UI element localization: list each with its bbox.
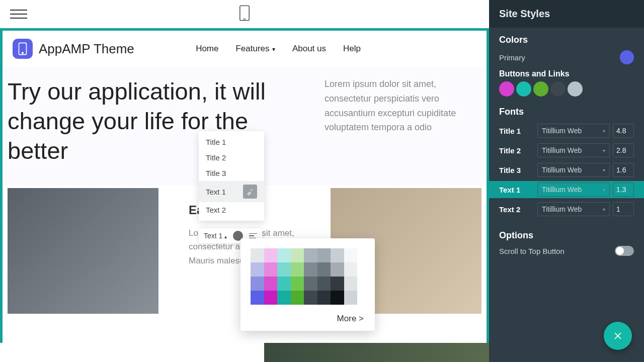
panel-title: Site Styles xyxy=(489,0,644,28)
color-swatch[interactable] xyxy=(331,277,344,291)
font-row: Title 1Titillium Web▾4.8 xyxy=(499,122,634,139)
hero-text[interactable]: Lorem ipsum dolor sit amet, consectetur … xyxy=(325,77,481,135)
mobile-preview-icon[interactable] xyxy=(239,4,250,24)
font-row: Text 1Titillium Web▾1.3 xyxy=(489,181,644,198)
app-topbar xyxy=(0,0,489,28)
close-panel-button[interactable] xyxy=(604,322,632,350)
color-swatch[interactable] xyxy=(251,291,264,305)
fonts-heading: Fonts xyxy=(499,107,634,117)
color-swatch[interactable] xyxy=(277,262,291,277)
color-swatch[interactable] xyxy=(344,262,358,277)
font-label: Title 3 xyxy=(499,166,534,174)
color-swatch[interactable] xyxy=(344,277,358,291)
style-option-title1[interactable]: Title 1 xyxy=(199,134,264,150)
style-option-title2[interactable]: Title 2 xyxy=(199,150,264,165)
button-color-swatch[interactable] xyxy=(499,81,514,97)
brand[interactable]: AppAMP Theme xyxy=(13,39,134,59)
color-swatch[interactable] xyxy=(331,291,344,305)
font-family-select[interactable]: Titillium Web▾ xyxy=(537,143,610,157)
font-label: Text 2 xyxy=(499,205,534,214)
color-swatch[interactable] xyxy=(291,262,304,277)
color-swatch[interactable] xyxy=(304,291,317,305)
color-swatch[interactable] xyxy=(331,262,344,277)
primary-color-label: Primary xyxy=(499,53,525,62)
primary-color-swatch[interactable] xyxy=(620,50,634,64)
color-swatch[interactable] xyxy=(317,262,331,277)
nav-home[interactable]: Home xyxy=(196,44,218,54)
style-option-title3[interactable]: Title 3 xyxy=(199,165,264,181)
nav-help[interactable]: Help xyxy=(343,44,361,54)
color-swatch[interactable] xyxy=(277,248,291,262)
font-label: Title 1 xyxy=(499,127,534,135)
color-swatch[interactable] xyxy=(264,277,278,291)
svg-rect-0 xyxy=(240,6,249,20)
current-style-label[interactable]: Text 1 ▴ xyxy=(204,232,227,240)
font-family-select[interactable]: Titillium Web▾ xyxy=(537,163,610,177)
footer-strip xyxy=(0,343,489,362)
color-swatch[interactable] xyxy=(264,291,278,305)
color-swatch[interactable] xyxy=(277,291,291,305)
font-label: Title 2 xyxy=(499,146,534,155)
color-swatch[interactable] xyxy=(344,248,358,262)
brand-logo-icon xyxy=(13,39,33,59)
text-style-dropdown: Title 1 Title 2 Title 3 Text 1 Text 2 xyxy=(199,131,264,221)
scroll-top-label: Scroll to Top Button xyxy=(499,247,565,255)
card-1[interactable] xyxy=(8,188,158,314)
brand-name: AppAMP Theme xyxy=(39,41,134,57)
font-size-input[interactable]: 2.8 xyxy=(613,143,634,157)
color-swatch[interactable] xyxy=(317,248,331,262)
color-swatches xyxy=(251,248,357,305)
nav-features[interactable]: Features ▾ xyxy=(235,44,275,54)
font-family-select[interactable]: Titillium Web▾ xyxy=(537,183,610,197)
button-color-swatch[interactable] xyxy=(533,81,548,97)
font-size-input[interactable]: 1 xyxy=(613,202,634,216)
svg-point-3 xyxy=(22,52,24,54)
site-header: AppAMP Theme Home Features ▾ About us He… xyxy=(3,31,487,67)
color-palette-popup: More > xyxy=(240,238,375,331)
color-swatch[interactable] xyxy=(291,248,304,262)
color-swatch[interactable] xyxy=(304,248,317,262)
color-swatch[interactable] xyxy=(251,262,264,277)
color-swatch[interactable] xyxy=(251,277,264,291)
font-size-input[interactable]: 1.6 xyxy=(613,163,634,177)
font-row: Title 2Titillium Web▾2.8 xyxy=(499,142,634,159)
nav-about[interactable]: About us xyxy=(292,44,326,54)
color-swatch[interactable] xyxy=(304,262,317,277)
color-swatch[interactable] xyxy=(317,291,331,305)
options-heading: Options xyxy=(499,230,634,241)
more-colors-button[interactable]: More > xyxy=(251,314,365,324)
button-color-swatch[interactable] xyxy=(516,81,531,97)
hamburger-menu-button[interactable] xyxy=(10,10,27,19)
font-size-input[interactable]: 4.8 xyxy=(613,124,634,138)
font-family-select[interactable]: Titillium Web▾ xyxy=(537,124,610,138)
font-row: Title 3Titillium Web▾1.6 xyxy=(499,161,634,178)
site-styles-panel: Site Styles Colors Primary Buttons and L… xyxy=(489,0,644,362)
style-option-text2[interactable]: Text 2 xyxy=(199,202,264,218)
color-swatch[interactable] xyxy=(344,291,358,305)
font-size-input[interactable]: 1.3 xyxy=(613,183,634,197)
button-color-swatches xyxy=(499,81,634,97)
colors-heading: Colors xyxy=(499,35,634,45)
color-swatch[interactable] xyxy=(264,248,278,262)
site-preview: AppAMP Theme Home Features ▾ About us He… xyxy=(0,28,489,362)
color-swatch[interactable] xyxy=(291,291,304,305)
card-image xyxy=(8,188,158,314)
font-row: Text 2Titillium Web▾1 xyxy=(499,201,634,218)
font-family-select[interactable]: Titillium Web▾ xyxy=(537,202,610,216)
color-swatch[interactable] xyxy=(277,277,291,291)
buttons-links-label: Buttons and Links xyxy=(499,69,634,78)
align-icon[interactable] xyxy=(249,233,257,239)
color-swatch[interactable] xyxy=(317,277,331,291)
scroll-top-toggle[interactable] xyxy=(615,246,634,256)
style-option-text1[interactable]: Text 1 xyxy=(199,181,264,202)
color-swatch[interactable] xyxy=(304,277,317,291)
color-swatch[interactable] xyxy=(331,248,344,262)
font-label: Text 1 xyxy=(499,186,534,194)
color-swatch[interactable] xyxy=(264,262,278,277)
button-color-swatch[interactable] xyxy=(568,81,583,97)
color-swatch[interactable] xyxy=(251,248,264,262)
button-color-swatch[interactable] xyxy=(550,81,566,97)
color-swatch[interactable] xyxy=(291,277,304,291)
brush-icon[interactable] xyxy=(243,185,257,199)
site-nav: Home Features ▾ About us Help xyxy=(196,44,476,54)
